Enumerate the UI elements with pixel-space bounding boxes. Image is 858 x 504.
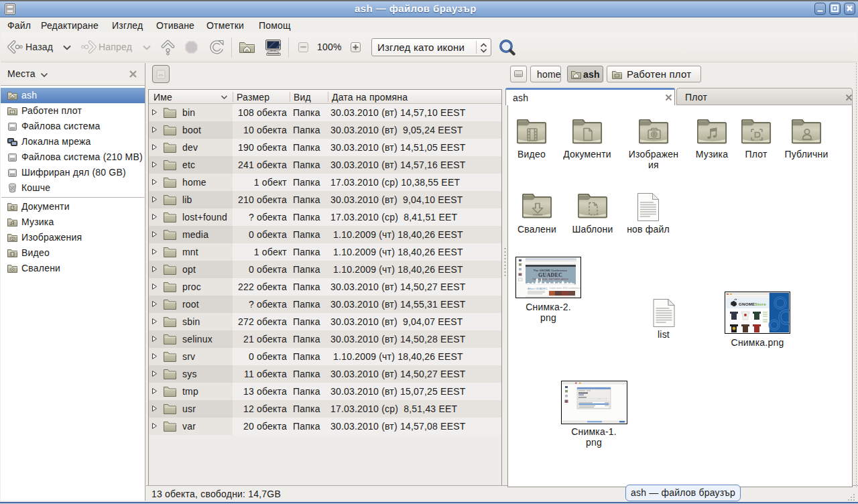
- svg-text:GUADEC: GUADEC: [538, 272, 562, 278]
- svg-text:GNOME: GNOME: [739, 302, 755, 306]
- svg-text:About GUADEC: About GUADEC: [528, 288, 548, 290]
- svg-text:Store: Store: [755, 302, 766, 306]
- svg-text:Learn more 2010 conference aro: Learn more 2010 conference around the gl…: [550, 287, 580, 290]
